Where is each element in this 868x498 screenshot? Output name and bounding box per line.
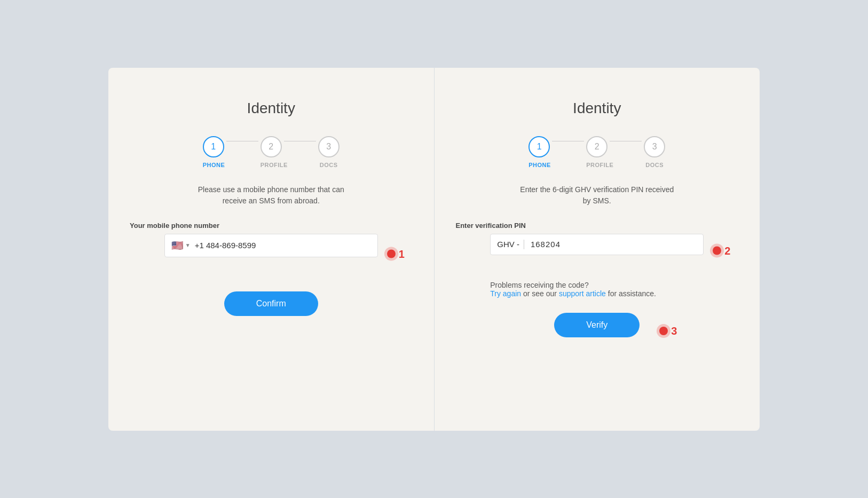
left-description: Please use a mobile phone number that ca… [191, 184, 351, 207]
annotation-1-number: 1 [399, 248, 405, 260]
right-connector-1 [552, 141, 584, 141]
left-panel-title: Identity [247, 100, 295, 117]
verify-button[interactable]: Verify [554, 313, 640, 337]
left-step-3: 3 [318, 136, 340, 157]
left-panel: Identity 1 2 3 PHONE PROFILE DOCS Please… [108, 68, 434, 431]
annotation-3-dot [659, 327, 668, 335]
support-article-link[interactable]: support article [559, 289, 606, 298]
right-stepper: 1 2 3 [528, 136, 665, 157]
phone-input-value[interactable]: +1 484-869-8599 [195, 241, 256, 250]
pin-input-value[interactable]: 168204 [531, 240, 561, 249]
problems-line1: Problems receiving the code? [490, 281, 588, 289]
left-step-1: 1 [203, 136, 224, 157]
problems-end: for assistance. [606, 289, 656, 298]
annotation-1-container: 1 [387, 248, 405, 260]
problems-middle: or see our [521, 289, 559, 298]
right-panel-title: Identity [573, 100, 621, 117]
left-step-3-circle: 3 [318, 136, 340, 157]
pin-input-wrapper[interactable]: GHV - 168204 [490, 234, 704, 255]
right-field-label: Enter verification PIN [456, 222, 669, 230]
right-description: Enter the 6-digit GHV verification PIN r… [517, 184, 677, 207]
annotation-2-dot [713, 247, 721, 255]
phone-input-wrapper[interactable]: 🇺🇸 ▼ +1 484-869-8599 [164, 234, 378, 257]
left-connector-1 [226, 141, 258, 141]
right-step-2: 2 [586, 136, 607, 157]
verify-section: Verify 3 [554, 313, 640, 337]
annotation-3-number: 3 [671, 325, 677, 337]
right-connector-2 [610, 141, 642, 141]
dropdown-arrow-icon: ▼ [185, 242, 191, 248]
annotation-1: 1 [387, 248, 405, 260]
panels-container: Identity 1 2 3 PHONE PROFILE DOCS Please… [108, 68, 760, 431]
right-step-2-circle: 2 [586, 136, 607, 157]
annotation-2-number: 2 [724, 244, 730, 257]
left-step-2-circle: 2 [261, 136, 282, 157]
left-connector-2 [284, 141, 316, 141]
right-step-3-circle: 3 [644, 136, 665, 157]
annotation-2-container: 2 [713, 244, 730, 257]
try-again-link[interactable]: Try again [490, 289, 521, 298]
left-field-label: Your mobile phone number [130, 222, 343, 230]
annotation-1-dot [387, 250, 396, 258]
left-step-label-2: PROFILE [261, 162, 282, 168]
flag-icon: 🇺🇸 [171, 240, 183, 251]
left-step-label-3: DOCS [318, 162, 340, 168]
annotation-2: 2 [713, 244, 730, 257]
left-step-label-1: PHONE [203, 162, 224, 168]
right-step-labels: PHONE PROFILE DOCS [528, 162, 665, 168]
annotation-3-container: 3 [659, 325, 677, 337]
left-step-2: 2 [261, 136, 282, 157]
right-step-label-3: DOCS [644, 162, 665, 168]
right-step-label-1: PHONE [528, 162, 550, 168]
right-step-3: 3 [644, 136, 665, 157]
left-step-1-circle: 1 [203, 136, 224, 157]
right-step-1: 1 [528, 136, 550, 157]
pin-prefix: GHV - [497, 240, 519, 249]
pin-separator [524, 240, 524, 249]
annotation-3: 3 [659, 325, 677, 337]
left-step-labels: PHONE PROFILE DOCS [203, 162, 340, 168]
confirm-button[interactable]: Confirm [224, 291, 318, 316]
right-step-1-circle: 1 [528, 136, 550, 157]
problems-text: Problems receiving the code? Try again o… [490, 281, 704, 298]
right-panel: Identity 1 2 3 PHONE PROFILE DOCS Enter … [435, 68, 760, 431]
right-step-label-2: PROFILE [586, 162, 607, 168]
left-stepper: 1 2 3 [203, 136, 340, 157]
